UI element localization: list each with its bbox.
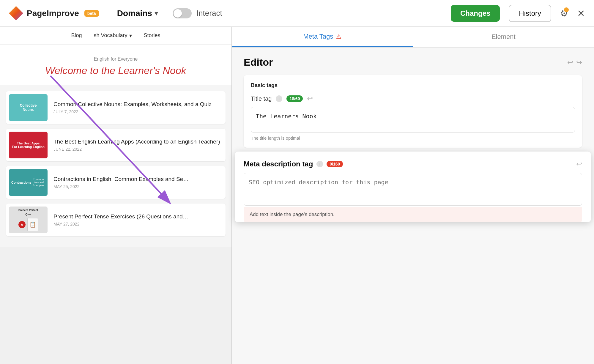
interact-toggle[interactable]: [173, 8, 192, 18]
toolbar: PageImprove beta Domains ▾ Interact Chan…: [0, 0, 594, 27]
blog-info-present-perfect: Present Perfect Tense Exercises (26 Ques…: [53, 213, 223, 226]
meta-desc-header: Meta description tag i 0/160: [244, 160, 582, 168]
basic-tags-label: Basic tags: [251, 82, 575, 89]
blog-date-collective-nouns: JULY 7, 2022: [53, 109, 223, 114]
changes-button[interactable]: Changes: [451, 5, 500, 22]
editor-tabs: Meta Tags ⚠ Element: [232, 27, 594, 48]
title-tag-label: Title tag: [251, 95, 272, 102]
beta-badge: beta: [84, 10, 99, 17]
blog-thumb-present-perfect: Present Perfect Quiz A 📋: [9, 207, 48, 233]
blog-date-present-perfect: MAY 27, 2022: [53, 222, 223, 226]
blog-info-contractions: Contractions in English: Common Examples…: [53, 176, 223, 189]
chevron-down-icon: ▾: [155, 10, 158, 17]
hero-subtitle: English for Everyone: [6, 56, 226, 62]
interact-label: Interact: [196, 9, 222, 18]
notification-dot: [564, 7, 569, 12]
meta-description-panel: ↩ Meta description tag i 0/160 Add text …: [235, 152, 591, 222]
domains-label: Domains: [117, 9, 152, 18]
blog-thumb-collective-nouns: CollectiveNouns: [9, 94, 48, 121]
basic-tags-section: Basic tags Title tag i 18/60 ↩ The Learn…: [244, 75, 582, 148]
undo-redo-area: ↩ ↪: [567, 58, 582, 67]
title-tag-input[interactable]: The Learners Nook: [251, 107, 575, 133]
blog-date-best-apps: JUNE 22, 2022: [53, 147, 223, 152]
redo-button[interactable]: ↪: [576, 58, 582, 67]
website-preview-panel: Blog sh Vocabulary ▾ Stories English for…: [0, 27, 232, 364]
undo-button[interactable]: ↩: [567, 58, 573, 67]
nav-vocabulary-chevron: ▾: [129, 32, 132, 39]
toggle-thumb: [174, 9, 182, 18]
title-tag-count: 18/60: [286, 95, 303, 102]
blog-item-collective-nouns[interactable]: CollectiveNouns Common Collective Nouns:…: [6, 91, 226, 124]
pageimprove-logo-icon: [9, 6, 23, 21]
tab-element[interactable]: Element: [413, 27, 594, 47]
history-button[interactable]: History: [509, 5, 551, 22]
domains-button[interactable]: Domains ▾: [117, 9, 158, 18]
blog-list: CollectiveNouns Common Collective Nouns:…: [0, 85, 231, 247]
warning-icon: ⚠: [336, 33, 341, 40]
blog-item-contractions[interactable]: ContractionsCommon Uses and Examples Con…: [6, 166, 226, 199]
title-tag-row: Title tag i 18/60 ↩: [251, 94, 575, 103]
close-button[interactable]: ✕: [577, 8, 585, 19]
tab-meta-tags[interactable]: Meta Tags ⚠: [232, 27, 413, 47]
preview-hero: English for Everyone Welcome to the Lear…: [0, 45, 231, 85]
title-tag-undo-button[interactable]: ↩: [307, 94, 313, 103]
title-tag-hint: The title length is optimal: [251, 135, 575, 141]
logo-area: PageImprove beta: [9, 6, 108, 21]
meta-desc-label: Meta description tag: [244, 160, 313, 168]
meta-desc-undo-button[interactable]: ↩: [576, 160, 582, 168]
blog-date-contractions: MAY 25, 2022: [53, 184, 223, 189]
meta-desc-error: Add text inside the page's description.: [244, 207, 582, 222]
blog-title-present-perfect: Present Perfect Tense Exercises (26 Ques…: [53, 213, 223, 220]
meta-desc-textarea[interactable]: [244, 173, 582, 206]
main-area: Blog sh Vocabulary ▾ Stories English for…: [0, 27, 594, 364]
settings-button[interactable]: ⚙: [560, 8, 568, 18]
blog-thumb-best-apps: The Best AppsFor Learning English: [9, 132, 48, 158]
editor-header: Editor ↩ ↪: [244, 56, 582, 68]
editor-panel: Meta Tags ⚠ Element Editor ↩ ↪ Basic tag…: [232, 27, 594, 364]
tab-meta-tags-label: Meta Tags: [303, 33, 333, 40]
nav-vocabulary[interactable]: sh Vocabulary ▾: [94, 32, 132, 39]
nav-blog[interactable]: Blog: [71, 32, 82, 39]
blog-thumb-contractions: ContractionsCommon Uses and Examples: [9, 169, 48, 196]
blog-title-contractions: Contractions in English: Common Examples…: [53, 176, 223, 182]
hero-title: Welcome to the Learner's Nook: [6, 65, 226, 76]
blog-info-collective-nouns: Common Collective Nouns: Examples, Works…: [53, 101, 223, 114]
blog-item-best-apps[interactable]: The Best AppsFor Learning English The Be…: [6, 129, 226, 161]
blog-item-present-perfect[interactable]: Present Perfect Quiz A 📋 Present Perfect…: [6, 204, 226, 236]
blog-title-collective-nouns: Common Collective Nouns: Examples, Works…: [53, 101, 223, 108]
preview-nav: Blog sh Vocabulary ▾ Stories: [0, 27, 231, 45]
blog-info-best-apps: The Best English Learning Apps (Accordin…: [53, 138, 223, 152]
meta-desc-count: 0/160: [327, 161, 343, 167]
tab-element-label: Element: [491, 33, 516, 41]
blog-title-best-apps: The Best English Learning Apps (Accordin…: [53, 138, 223, 145]
meta-desc-info-icon[interactable]: i: [316, 161, 323, 167]
editor-title: Editor: [244, 56, 273, 68]
nav-stories[interactable]: Stories: [144, 32, 160, 39]
title-tag-info-icon[interactable]: i: [276, 95, 282, 102]
interact-toggle-area: Interact: [173, 8, 222, 18]
logo-text: PageImprove: [27, 9, 79, 18]
